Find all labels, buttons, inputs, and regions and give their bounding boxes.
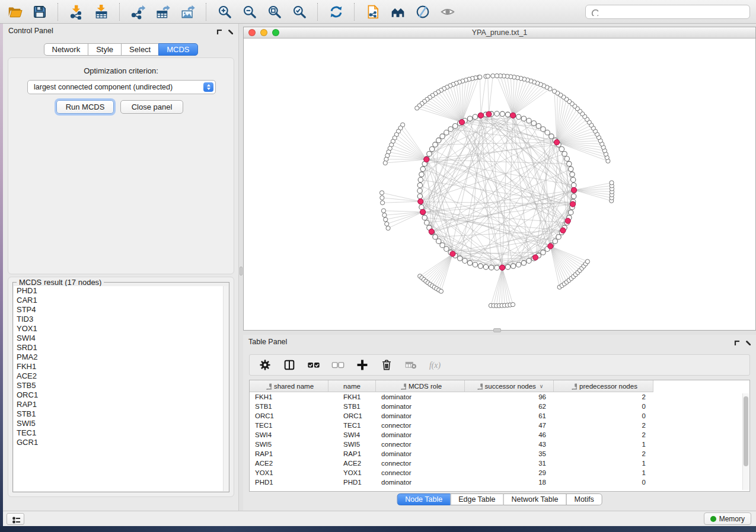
network-node[interactable] [440,243,445,248]
network-node[interactable] [569,210,573,214]
mcds-result-item[interactable]: STP4 [14,305,228,315]
network-node[interactable] [473,262,477,267]
network-node[interactable] [552,89,556,93]
network-node[interactable] [495,73,499,78]
table-row[interactable]: ACE2ACE2connector311 [250,459,749,468]
mcds-result-item[interactable]: STB1 [14,409,228,419]
close-icon[interactable] [226,27,233,34]
zoom-selected-button[interactable] [291,3,308,20]
network-node[interactable] [495,111,499,116]
hide-selected-button[interactable] [414,3,431,20]
network-node[interactable] [483,264,488,269]
toggle-columns-button[interactable] [282,358,296,372]
network-node[interactable] [559,147,564,152]
mcds-hub-node[interactable] [510,113,515,118]
mcds-result-item[interactable]: RAP1 [14,400,228,409]
mcds-result-item[interactable]: ORC1 [14,390,228,400]
mcds-result-item[interactable]: GCR1 [14,438,228,447]
mcds-result-item[interactable]: ACE2 [14,371,228,381]
network-node[interactable] [610,181,614,185]
tab-edge-table[interactable]: Edge Table [450,493,503,505]
apply-layout-button[interactable] [327,3,344,20]
network-node[interactable] [417,183,422,188]
mcds-hub-node[interactable] [418,198,423,204]
search-box[interactable] [585,5,750,19]
network-node[interactable] [386,226,390,230]
network-node[interactable] [541,250,546,255]
network-node[interactable] [516,114,521,119]
mcds-result-item[interactable]: PHD1 [14,286,228,296]
import-network-button[interactable] [68,3,85,20]
network-node[interactable] [417,188,422,193]
select-all-button[interactable] [307,358,321,372]
network-node[interactable] [521,261,526,265]
tab-node-table[interactable]: Node Table [397,493,451,505]
float-window-icon[interactable] [215,27,222,34]
network-node[interactable] [521,116,526,121]
network-node[interactable] [500,111,505,116]
network-node[interactable] [429,147,434,152]
column-header-MCDS-role[interactable]: MCDS role [376,380,465,392]
import-table-button[interactable] [92,3,110,20]
network-node[interactable] [433,235,438,239]
mcds-result-item[interactable]: YOX1 [14,324,228,334]
network-node[interactable] [418,177,423,182]
network-node[interactable] [382,213,387,217]
network-node[interactable] [478,264,483,268]
network-node[interactable] [505,264,510,269]
network-node[interactable] [422,215,427,220]
binoculars-button[interactable] [389,3,406,20]
mcds-hub-node[interactable] [450,251,455,257]
network-node[interactable] [489,265,494,270]
network-node[interactable] [570,177,575,182]
network-node[interactable] [453,123,458,128]
zoom-in-button[interactable] [216,3,233,20]
vertical-splitter[interactable] [239,24,243,511]
network-node[interactable] [571,194,576,198]
open-file-button[interactable] [6,3,23,20]
mcds-hub-node[interactable] [420,209,425,214]
horizontal-splitter[interactable] [243,331,756,335]
network-node[interactable] [380,201,384,205]
splitter-handle[interactable] [240,267,243,275]
delete-column-button[interactable] [379,358,394,372]
mcds-hub-node[interactable] [486,111,492,117]
mcds-result-item[interactable]: CAR1 [14,296,228,305]
network-node[interactable] [562,151,567,156]
network-node[interactable] [505,112,510,117]
close-panel-button[interactable]: Close panel [120,100,183,114]
tab-select[interactable]: Select [121,43,159,56]
table-row[interactable]: PHD1PHD1dominator180 [250,477,749,487]
zoom-out-button[interactable] [241,3,258,20]
mcds-hub-node[interactable] [570,201,575,207]
table-row[interactable]: ORC1ORC1dominator610 [250,411,749,421]
network-node[interactable] [511,303,515,307]
save-session-button[interactable] [31,3,48,20]
network-node[interactable] [467,261,472,265]
table-row[interactable]: TEC1TEC1connector472 [250,421,749,430]
network-node[interactable] [439,289,443,293]
network-node[interactable] [536,123,541,128]
show-graphics-details-button[interactable] [439,3,456,20]
deselect-all-button[interactable] [331,358,345,372]
network-node[interactable] [444,246,449,251]
network-node[interactable] [420,166,425,171]
network-node[interactable] [571,183,576,188]
network-node[interactable] [380,196,384,200]
network-node[interactable] [385,222,389,226]
float-window-icon[interactable] [732,338,739,345]
network-node[interactable] [511,264,515,268]
mcds-hub-node[interactable] [565,218,570,223]
search-input[interactable] [601,7,746,17]
table-row[interactable]: STB1STB1dominator620 [250,402,749,411]
network-node[interactable] [444,130,449,135]
table-row[interactable]: SWI5SWI5connector431 [250,440,749,449]
network-node[interactable] [462,258,467,263]
network-node[interactable] [427,151,432,156]
table-row[interactable]: RAP1RAP1dominator352 [250,449,749,459]
column-header-shared-name[interactable]: shared name [250,380,328,392]
close-icon[interactable] [744,338,751,345]
memory-button[interactable]: Memory [704,512,751,525]
network-node[interactable] [433,142,438,147]
mcds-result-item[interactable]: FKH1 [14,362,228,371]
